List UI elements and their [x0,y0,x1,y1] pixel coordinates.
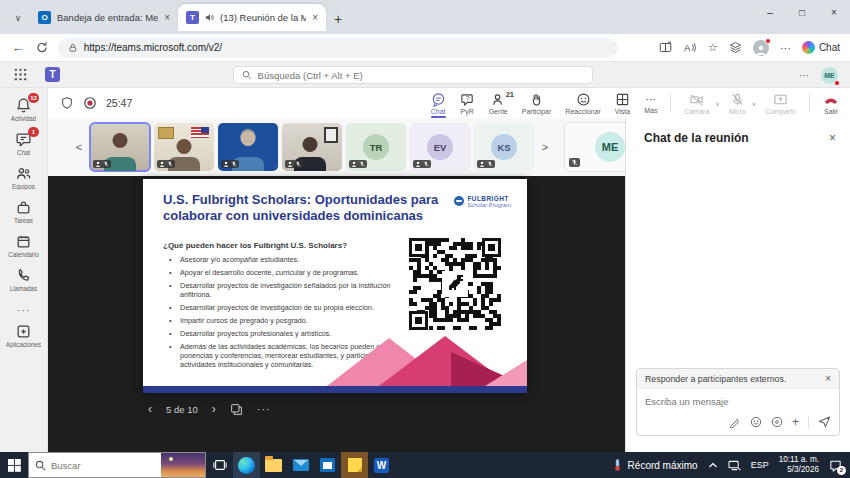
tab-close-icon[interactable]: × [164,12,170,23]
sidebar-item-llamadas[interactable]: Llamadas [0,262,48,296]
sidebar-label: Actividad [11,115,37,122]
initials-tile-ks[interactable]: KS [474,123,534,171]
taskbar-mail-button[interactable] [287,452,314,478]
teams-search-box[interactable] [233,66,593,84]
clock-date: 5/3/2026 [779,465,819,475]
tab-close-icon[interactable]: × [312,12,318,23]
react-toolbar-button[interactable]: Reaccionar [560,88,605,118]
language-indicator[interactable]: ESP [751,460,769,470]
url-field[interactable] [58,38,618,58]
strip-scroll-right[interactable]: > [538,141,552,153]
send-icon[interactable] [818,415,831,428]
more-icon: ··· [645,93,656,106]
slide-grid-button[interactable] [230,403,243,416]
copilot-chat-button[interactable]: Chat [802,41,840,54]
window-close-button[interactable]: × [818,0,850,24]
button-label: Chat [431,108,446,115]
search-highlight-image[interactable] [161,453,205,477]
leave-toolbar-button[interactable]: Salir [818,88,844,118]
people-toolbar-button[interactable]: 21 Gente [484,88,513,118]
taskbar-edge-button[interactable] [233,452,260,478]
share-toolbar-button[interactable]: Compartir [760,88,801,118]
video-tile-4[interactable] [282,123,342,171]
taskbar-search-box[interactable] [28,452,206,478]
view-toolbar-button[interactable]: Vista [610,88,635,118]
window-minimize-button[interactable]: – [754,0,786,24]
more-toolbar-button[interactable]: ··· Más [639,88,662,118]
start-button[interactable] [0,452,28,478]
slide-navigation: ‹ 5 de 10 › ··· [148,402,271,416]
weather-widget[interactable]: Récord máximo [612,458,698,472]
teams-more-icon[interactable]: ··· [799,70,809,81]
hidden-icons-chevron[interactable] [708,461,718,469]
favorite-star-icon[interactable]: ☆ [708,41,718,54]
bullet-item: Desarrollar proyectos de investigación s… [167,281,413,300]
sidebar-item-calendario[interactable]: Calendario [0,228,48,262]
chat-message-input[interactable] [637,389,839,411]
sticky-note-icon [348,458,362,472]
taskbar-sticky-notes-button[interactable] [341,452,368,478]
taskbar-store-button[interactable] [314,452,341,478]
format-icon[interactable] [729,416,741,428]
lock-icon [68,43,78,53]
sidebar-item-aplicaciones[interactable]: Aplicaciones [0,318,48,352]
sidebar-item-actividad[interactable]: 12 Actividad [0,92,48,126]
sidebar-label: Tareas [14,217,33,224]
slide-more-button[interactable]: ··· [257,403,271,415]
teams-profile-avatar[interactable]: ME [821,67,838,84]
self-initials: ME [595,132,625,162]
briefcase-icon [15,199,32,216]
network-icon[interactable] [728,460,741,471]
camera-toolbar-button[interactable]: Cámara [679,88,714,118]
sidebar-item-chat[interactable]: 1 Chat [0,126,48,160]
initials-tile-ev[interactable]: EV [410,123,470,171]
browser-tab-outlook[interactable]: O Bandeja de entrada: Mercedes Aur × [30,4,178,31]
banner-close-icon[interactable]: × [825,373,831,384]
chat-toolbar-button[interactable]: Chat [426,88,451,118]
video-tile-speaker-1[interactable] [90,123,150,171]
split-screen-icon[interactable] [659,41,672,54]
attach-plus-icon[interactable]: + [792,416,799,428]
gif-icon[interactable] [771,416,783,428]
chat-panel-close-icon[interactable]: × [829,131,836,145]
url-input[interactable] [84,42,608,53]
taskbar-clock[interactable]: 10:11 a. m. 5/3/2026 [779,455,819,475]
meeting-toolbar: 25:47 Chat ? PyR 21 Gente Participar [48,88,850,118]
initials-tile-tr[interactable]: TR [346,123,406,171]
prev-slide-button[interactable]: ‹ [148,402,152,416]
reload-icon[interactable] [34,41,50,54]
profile-alert-dot [765,38,771,44]
copilot-icon [802,41,815,54]
bullet-item: Impartir cursos de pregrado y posgrado. [167,316,413,325]
emoji-icon[interactable] [750,416,762,428]
browser-tab-teams[interactable]: T (13) Reunión de la Mesa de Tr × [178,4,326,31]
camera-dropdown-icon[interactable]: ∨ [715,100,719,107]
back-icon[interactable]: ← [10,41,26,54]
raise-hand-toolbar-button[interactable]: Participar [517,88,557,118]
task-view-button[interactable] [206,452,233,478]
qa-toolbar-button[interactable]: ? PyR [455,88,480,118]
sidebar-item-equipos[interactable]: Equipos [0,160,48,194]
browser-menu-icon[interactable]: ··· [780,42,791,54]
sidebar-more-icon[interactable]: ··· [17,296,31,318]
mic-toolbar-button[interactable]: Micro [724,88,751,118]
collections-icon[interactable] [729,41,742,54]
mic-muted-icon [295,161,301,167]
next-slide-button[interactable]: › [212,402,216,416]
sidebar-item-tareas[interactable]: Tareas [0,194,48,228]
taskbar-search-input[interactable] [51,460,151,471]
window-maximize-button[interactable]: □ [786,0,818,24]
strip-scroll-left[interactable]: < [72,141,86,153]
taskbar-word-button[interactable]: W [368,452,395,478]
read-aloud-icon[interactable]: A [683,42,697,54]
notification-center-button[interactable]: 2 [829,459,842,472]
teams-search-input[interactable] [258,70,584,81]
tab-search-dropdown-icon[interactable]: ∨ [8,8,28,28]
app-launcher-icon[interactable] [14,68,27,81]
taskbar-explorer-button[interactable] [260,452,287,478]
browser-profile-avatar[interactable] [753,40,769,56]
new-tab-button[interactable]: + [334,12,342,26]
video-tile-3[interactable] [218,123,278,171]
mic-dropdown-icon[interactable]: ∨ [752,100,756,107]
video-tile-2[interactable] [154,123,214,171]
